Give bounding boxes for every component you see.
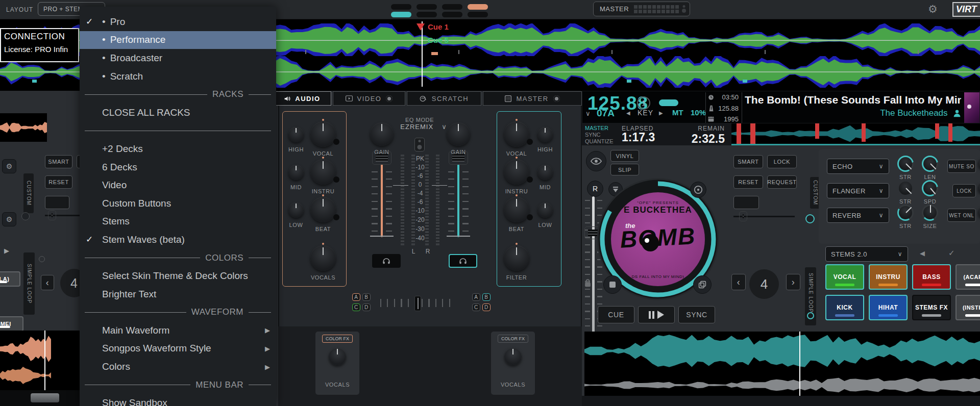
sync-button[interactable]: SYNC [678, 306, 715, 323]
deck-left-reset-button[interactable]: RESET [45, 175, 72, 189]
vinyl-mode-button[interactable]: VINYL [610, 150, 639, 162]
xf-assign-right-a[interactable]: A [472, 293, 480, 301]
track-artist[interactable]: The Bucketheads [880, 108, 947, 118]
deck-left-dot-button[interactable] [39, 256, 45, 262]
tab-audio[interactable]: AUDIO [273, 91, 331, 106]
stem-pad-instrumental[interactable]: (INSTRU [955, 295, 980, 320]
fx1-select[interactable]: ECHO∨ [827, 159, 889, 174]
fx3-wet-only-button[interactable]: WET ONL [947, 209, 976, 222]
track-overview-waveform[interactable] [731, 123, 980, 145]
stem-pad-bass[interactable]: BASS [912, 264, 951, 290]
deck3-indicator[interactable] [442, 4, 462, 10]
deck8-indicator[interactable] [468, 12, 488, 17]
eq-right-vocal-knob[interactable] [504, 121, 529, 147]
deck-left-zoom-strip[interactable] [0, 390, 80, 406]
reset-button[interactable]: RESET [733, 175, 763, 189]
zoom-scrollbar-handle[interactable] [31, 393, 59, 402]
eq-left-mid-knob[interactable] [288, 165, 304, 180]
play-pause-button[interactable] [638, 306, 675, 323]
deck-left-stem-pad-acapella[interactable]: ELLA) [0, 271, 20, 287]
stem-pad-acapella[interactable]: (ACAPE [955, 264, 980, 290]
gain-left-knob[interactable] [370, 122, 394, 146]
deck-left-knob[interactable] [21, 212, 30, 220]
deck-left-slider-handle[interactable] [48, 210, 56, 220]
eye-view-button[interactable] [586, 151, 606, 171]
track-title[interactable]: The Bomb! (These Sounds Fall Into My Min… [745, 94, 961, 106]
gear-icon[interactable]: ⚙ [2, 212, 16, 226]
eq-right-low-knob[interactable] [537, 202, 553, 218]
eq-left-vocals-knob[interactable] [310, 245, 336, 271]
deck-scroll-waveform[interactable] [584, 332, 980, 396]
xf-assign-left-d[interactable]: D [362, 303, 371, 311]
key-plus-icon[interactable]: ▶ [659, 110, 663, 116]
fx3-size-knob[interactable] [922, 205, 938, 221]
colorfx-left-label[interactable]: COLOR FX [322, 335, 353, 343]
colorfx-left-knob[interactable] [329, 348, 346, 365]
eq-right-instru-knob[interactable] [504, 159, 529, 185]
xf-assign-right-d[interactable]: D [482, 303, 491, 311]
key-minus-icon[interactable]: ◀ [626, 110, 630, 116]
tab-scratch[interactable]: SCRATCH [407, 91, 481, 106]
cue-speaker-icon[interactable] [414, 138, 425, 151]
colorfx-right-knob[interactable] [504, 348, 522, 365]
clone-deck-button[interactable] [693, 275, 712, 294]
smart-button[interactable]: SMART [733, 155, 763, 168]
eq-left-vocal-knob[interactable] [310, 121, 336, 147]
stem-pad-kick[interactable]: KICK [825, 295, 864, 320]
stems-select[interactable]: STEMS 2.0∨ [825, 246, 908, 262]
eq-left-beat-knob[interactable] [310, 197, 336, 222]
pfl-right-button[interactable] [449, 254, 477, 268]
menu-item-colors[interactable]: Colors ▶ [80, 358, 276, 376]
play-icon[interactable]: ▶ [4, 247, 9, 255]
cue-button[interactable]: CUE [598, 306, 634, 323]
menu-item-select-skin-theme[interactable]: Select Skin Theme & Deck Colors [80, 267, 276, 285]
fx2-select[interactable]: FLANGER∨ [827, 183, 889, 198]
menu-item-plus-2-decks[interactable]: +2 Decks [80, 140, 276, 158]
eq-right-mid-knob[interactable] [537, 165, 553, 180]
chevron-down-icon[interactable]: ∨ [585, 110, 591, 117]
loop-active-indicator[interactable] [807, 312, 814, 319]
slip-mode-button[interactable]: SLIP [610, 164, 639, 175]
pitch-percent[interactable]: 10% [691, 108, 706, 117]
vinyl-spin-button[interactable] [690, 182, 706, 198]
deck-slider-handle[interactable] [739, 211, 747, 221]
deck-left-stem-pad-instrumental[interactable]: UMEI [0, 316, 23, 332]
loop-half-button[interactable]: ‹ [731, 274, 746, 290]
menu-item-broadcaster[interactable]: • Broadcaster [80, 49, 276, 67]
xf-assign-left-c[interactable]: C [352, 303, 360, 311]
fx3-str-knob[interactable] [897, 205, 914, 221]
fx1-mute-source-button[interactable]: MUTE SO [947, 160, 976, 173]
deck-left-smart-button[interactable]: SMART [45, 155, 72, 168]
menu-item-scratch[interactable]: • Scratch [80, 67, 276, 86]
menu-item-video[interactable]: Video [80, 176, 276, 194]
deck1-indicator[interactable] [391, 4, 411, 10]
stems-check-icon[interactable]: ✓ [948, 248, 955, 258]
vinyl-label[interactable]: “OPE” PRESENTS E BUCKETHEA the BOMB DS F… [611, 192, 705, 286]
menu-item-songpos-waveform-style[interactable]: Songpos Waveform Style ▶ [80, 340, 276, 358]
eq-right-high-knob[interactable] [537, 127, 553, 142]
mt-indicator[interactable]: MT [672, 108, 683, 117]
fx2-lock-button[interactable]: LOCK [952, 184, 976, 197]
crossfader-handle[interactable] [414, 296, 421, 311]
xf-assign-right-c[interactable]: C [472, 303, 480, 311]
menu-item-close-all-racks[interactable]: CLOSE ALL RACKS [80, 104, 276, 122]
album-art-thumb[interactable] [964, 92, 979, 123]
menu-item-custom-buttons[interactable]: Custom Buttons [80, 194, 276, 213]
deck-left-loop-half-button[interactable]: ‹ [41, 275, 54, 290]
tab-master[interactable]: MASTER [483, 91, 582, 106]
stem-pad-vocal[interactable]: VOCAL [825, 264, 864, 290]
deck-left-simple-loop-tab[interactable]: SIMPLE LOOP [23, 252, 35, 315]
fx1-str-knob[interactable] [897, 156, 914, 172]
stop-button[interactable] [603, 275, 622, 294]
menu-item-show-sandbox[interactable]: Show Sandbox [80, 394, 276, 406]
pfl-left-button[interactable] [372, 254, 401, 268]
key-value[interactable]: 07A [597, 108, 615, 119]
volume-fader-left[interactable] [372, 151, 391, 165]
stem-pad-instru[interactable]: INSTRU [869, 264, 908, 290]
menu-item-brighter-text[interactable]: Brighter Text [80, 285, 276, 303]
stems-prev-icon[interactable]: ◀ [920, 249, 925, 257]
eq-mode-select[interactable]: EZREMIX∨ [393, 123, 454, 131]
fx2-spd-knob[interactable] [922, 180, 938, 196]
stem-pad-stems-fx[interactable]: STEMS FX [912, 295, 951, 320]
gain-right-knob[interactable] [447, 122, 470, 146]
